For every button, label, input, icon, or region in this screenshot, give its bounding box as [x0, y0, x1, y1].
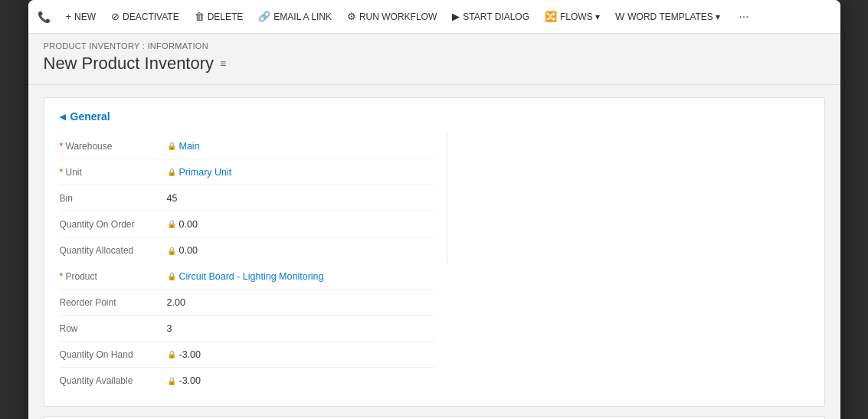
title-area: PRODUCT INVENTORY : INFORMATION New Prod… — [28, 34, 840, 85]
general-section: ◀ General Warehouse 🔒 Main — [44, 97, 825, 407]
reorder-point-label: Reorder Point — [60, 297, 167, 308]
quantity-allocated-row: Quantity Allocated 🔒 0.00 — [60, 237, 434, 264]
product-lock-icon: 🔒 — [167, 272, 176, 280]
general-form-grid: Warehouse 🔒 Main Unit 🔒 Primary Unit — [60, 133, 809, 394]
unit-value[interactable]: 🔒 Primary Unit — [167, 167, 232, 178]
deactivate-icon: ⊘ — [111, 11, 120, 22]
new-icon: + — [66, 11, 72, 22]
app-window: 📞 + NEW ⊘ DEACTIVATE 🗑 DELETE 🔗 EMAIL A … — [28, 0, 840, 419]
workflow-icon: ⚙ — [347, 11, 356, 22]
toolbar: 📞 + NEW ⊘ DEACTIVATE 🗑 DELETE 🔗 EMAIL A … — [28, 0, 840, 34]
start-dialog-button[interactable]: ▶ START DIALOG — [446, 7, 536, 26]
qav-lock-icon: 🔒 — [167, 377, 176, 385]
quantity-available-row: Quantity Available 🔒 -3.00 — [60, 368, 434, 394]
row-field-row: Row 3 — [60, 316, 434, 342]
word-icon: W — [615, 11, 624, 22]
row-value: 3 — [167, 323, 172, 334]
general-section-header[interactable]: ◀ General — [60, 110, 809, 123]
warehouse-value[interactable]: 🔒 Main — [167, 141, 200, 152]
quantity-on-order-label: Quantity On Order — [60, 219, 167, 230]
unit-lock-icon: 🔒 — [167, 168, 176, 176]
delete-icon: 🗑 — [195, 11, 205, 22]
product-row: Product 🔒 Circuit Board - Lighting Monit… — [60, 264, 434, 290]
quantity-available-value: 🔒 -3.00 — [167, 375, 201, 386]
qoh-lock-icon: 🔒 — [167, 350, 176, 358]
quantity-allocated-label: Quantity Allocated — [60, 245, 167, 256]
unit-row: Unit 🔒 Primary Unit — [60, 159, 434, 185]
delete-button[interactable]: 🗑 DELETE — [188, 7, 250, 26]
breadcrumb: PRODUCT INVENTORY : INFORMATION — [44, 41, 825, 51]
flows-icon: 🔀 — [545, 11, 557, 22]
page-title: New Product Inventory ≡ — [44, 54, 825, 74]
menu-icon[interactable]: ≡ — [220, 57, 226, 70]
reorder-point-value: 2.00 — [167, 297, 185, 308]
form-col-right: Product 🔒 Circuit Board - Lighting Monit… — [60, 264, 434, 394]
qa-lock-icon: 🔒 — [167, 247, 176, 255]
content-area: ◀ General Warehouse 🔒 Main — [28, 85, 840, 419]
form-col-left: Warehouse 🔒 Main Unit 🔒 Primary Unit — [60, 133, 434, 264]
quantity-on-order-value: 🔒 0.00 — [167, 219, 198, 230]
notes-section: ▶ Notes — [44, 416, 825, 419]
quantity-on-order-row: Quantity On Order 🔒 0.00 — [60, 211, 434, 237]
dialog-icon: ▶ — [452, 11, 460, 22]
quantity-on-hand-value: 🔒 -3.00 — [167, 349, 201, 360]
email-icon: 🔗 — [258, 11, 270, 22]
phone-icon: 📞 — [38, 11, 51, 23]
email-link-button[interactable]: 🔗 EMAIL A LINK — [252, 7, 338, 26]
new-button[interactable]: + NEW — [60, 7, 103, 26]
quantity-on-hand-label: Quantity On Hand — [60, 349, 167, 360]
bin-value: 45 — [167, 193, 178, 204]
unit-label: Unit — [60, 167, 167, 178]
product-value[interactable]: 🔒 Circuit Board - Lighting Monitoring — [167, 271, 324, 282]
reorder-point-row: Reorder Point 2.00 — [60, 290, 434, 316]
row-label: Row — [60, 323, 167, 334]
warehouse-lock-icon: 🔒 — [167, 142, 176, 150]
warehouse-label: Warehouse — [60, 141, 167, 152]
qoo-lock-icon: 🔒 — [167, 220, 176, 228]
bin-row: Bin 45 — [60, 185, 434, 211]
deactivate-button[interactable]: ⊘ DEACTIVATE — [105, 7, 185, 26]
run-workflow-button[interactable]: ⚙ RUN WORKFLOW — [341, 7, 443, 26]
more-options-button[interactable]: ··· — [732, 7, 755, 27]
quantity-allocated-value: 🔒 0.00 — [167, 245, 198, 256]
word-templates-button[interactable]: W WORD TEMPLATES ▾ — [609, 7, 726, 26]
warehouse-row: Warehouse 🔒 Main — [60, 133, 434, 159]
flows-button[interactable]: 🔀 FLOWS ▾ — [539, 7, 606, 26]
collapse-icon: ◀ — [60, 113, 66, 121]
general-label: General — [70, 110, 110, 123]
quantity-available-label: Quantity Available — [60, 375, 167, 386]
quantity-on-hand-row: Quantity On Hand 🔒 -3.00 — [60, 342, 434, 368]
product-label: Product — [60, 271, 167, 282]
column-divider — [447, 133, 447, 264]
bin-label: Bin — [60, 193, 167, 204]
